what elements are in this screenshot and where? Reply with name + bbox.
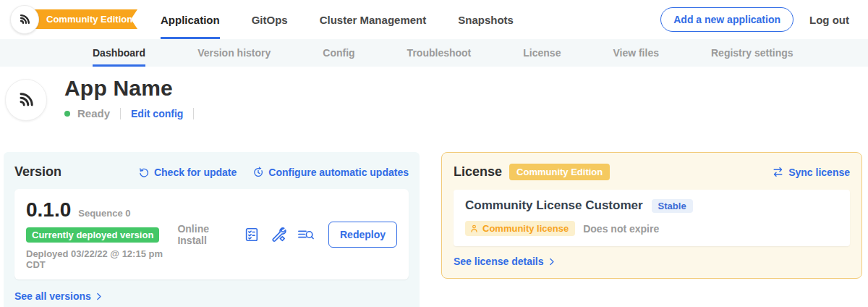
- version-number: 0.1.0: [26, 198, 71, 222]
- channel-badge: Stable: [652, 199, 693, 213]
- subtab-registry-settings[interactable]: Registry settings: [711, 39, 793, 67]
- auto-update-clock-icon: [252, 167, 264, 178]
- refresh-icon: [138, 167, 150, 178]
- logout-link[interactable]: Log out: [809, 14, 849, 26]
- edit-config-link[interactable]: Edit config: [131, 108, 183, 119]
- brand-logo[interactable]: Community Edition: [0, 0, 142, 39]
- tab-snapshots[interactable]: Snapshots: [458, 0, 514, 39]
- license-edition-badge: Community Edition: [509, 164, 610, 180]
- check-for-update-link[interactable]: Check for update: [138, 167, 237, 178]
- app-header: App Name Ready Edit config: [0, 67, 868, 152]
- current-version-panel: 0.1.0 Sequence 0 Currently deployed vers…: [14, 189, 409, 279]
- tab-application[interactable]: Application: [161, 0, 220, 39]
- sync-arrows-icon: [772, 166, 784, 178]
- status-badge: Ready: [77, 107, 110, 119]
- license-card: License Community Edition Sync license: [441, 152, 862, 279]
- replicated-logo-icon: [10, 5, 39, 34]
- subtab-config[interactable]: Config: [323, 39, 354, 67]
- top-nav: Community Edition Application GitOps Clu…: [0, 0, 868, 39]
- tab-cluster-management[interactable]: Cluster Management: [320, 0, 427, 39]
- subtab-troubleshoot[interactable]: Troubleshoot: [407, 39, 472, 67]
- edition-ribbon-badge: Community Edition: [25, 9, 137, 29]
- top-nav-tabs: Application GitOps Cluster Management Sn…: [161, 0, 514, 39]
- customer-name: Community License Customer: [465, 198, 643, 213]
- deployed-timestamp: Deployed 03/22/22 @ 12:15 pm CDT: [26, 248, 177, 270]
- see-all-versions-link[interactable]: See all versions: [14, 290, 103, 302]
- subtab-view-files[interactable]: View files: [613, 39, 659, 67]
- ready-status-dot: [64, 111, 70, 117]
- divider: [193, 108, 194, 119]
- deployed-badge: Currently deployed version: [26, 227, 159, 243]
- subtab-dashboard[interactable]: Dashboard: [93, 39, 145, 67]
- dashboard-cards: Version Check for update: [0, 152, 868, 307]
- add-new-application-button[interactable]: Add a new application: [660, 7, 793, 32]
- subtab-license[interactable]: License: [523, 39, 561, 67]
- license-type-badge: Community license: [465, 221, 575, 236]
- see-license-details-link[interactable]: See license details: [454, 256, 556, 267]
- install-type-label: Online Install: [177, 223, 231, 246]
- sync-license-link[interactable]: Sync license: [772, 166, 850, 178]
- version-card-title: Version: [14, 164, 61, 180]
- sequence-label: Sequence 0: [78, 208, 130, 219]
- license-card-title: License: [454, 164, 502, 180]
- app-avatar: [5, 79, 47, 121]
- app-sub-nav: Dashboard Version history Config Trouble…: [0, 39, 868, 67]
- configure-automatic-updates-link[interactable]: Configure automatic updates: [252, 167, 409, 178]
- preflight-checks-icon[interactable]: [244, 227, 260, 243]
- divider: [120, 108, 121, 119]
- subtab-version-history[interactable]: Version history: [197, 39, 271, 67]
- page-title: App Name: [64, 76, 197, 101]
- chevron-right-icon: [547, 257, 556, 266]
- person-icon: [469, 224, 479, 233]
- deploy-logs-icon[interactable]: [297, 227, 315, 243]
- chevron-right-icon: [94, 292, 103, 301]
- license-details-panel: Community License Customer Stable Commun…: [454, 190, 850, 246]
- tab-gitops[interactable]: GitOps: [252, 0, 288, 39]
- edit-config-wrench-icon[interactable]: [271, 227, 286, 243]
- redeploy-button[interactable]: Redeploy: [328, 222, 397, 248]
- expiration-text: Does not expire: [583, 223, 659, 235]
- version-card: Version Check for update: [4, 152, 420, 307]
- top-nav-right: Add a new application Log out: [660, 0, 868, 39]
